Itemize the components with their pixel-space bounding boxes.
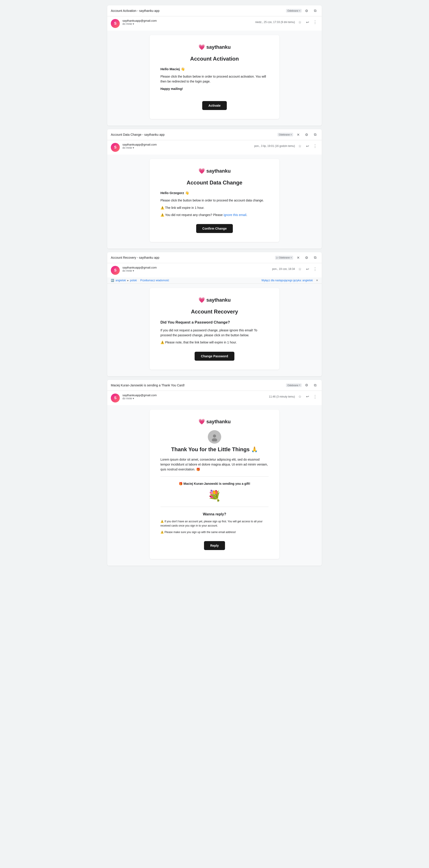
logo-text-3: saythanku xyxy=(206,297,231,303)
sender-to-1[interactable]: do mnie ▾ xyxy=(123,22,253,26)
sender-info-2: saythankuapp@gmail.com do mnie ▾ xyxy=(123,143,252,149)
close-icon-3[interactable]: ✕ xyxy=(295,254,301,261)
timestamp-3: pon., 19 cze, 18:34 xyxy=(272,268,295,271)
email-header-2: Account Data Change - saythanku app Odeb… xyxy=(107,129,322,140)
sender-info-3: saythankuapp@gmail.com do mnie ▾ xyxy=(123,266,269,272)
more-icon-3[interactable]: ⋮ xyxy=(312,266,318,272)
change-password-button[interactable]: Change Password xyxy=(195,352,234,361)
badge-close-1[interactable]: × xyxy=(299,10,300,12)
reply-icon-3[interactable]: ↩ xyxy=(304,266,310,272)
confirm-change-button[interactable]: Confirm Change xyxy=(196,224,233,233)
email-subject-4: Maciej Kuran-Janowski is sending a Thank… xyxy=(111,383,284,387)
logo-emoji-1: 💗 xyxy=(198,44,205,50)
email-card-3: 💗 saythanku Account Recovery Did You Req… xyxy=(150,288,279,369)
email-panel-2: Account Data Change - saythanku app Odeb… xyxy=(107,129,322,249)
badge-close-4[interactable]: × xyxy=(299,384,300,386)
email-header-4: Maciej Kuran-Janowski is sending a Thank… xyxy=(107,380,322,391)
new-window-icon-3[interactable]: ⧉ xyxy=(312,254,318,261)
ignore-link-2[interactable]: ignore this email xyxy=(224,213,246,217)
header-icons-4: ⚙ ⧉ xyxy=(303,382,318,389)
email-badge-3: ▷ Odebrane × xyxy=(275,256,293,259)
reply-icon-1[interactable]: ↩ xyxy=(304,19,310,25)
more-icon-1[interactable]: ⋮ xyxy=(312,19,318,25)
more-icon-2[interactable]: ⋮ xyxy=(312,143,318,149)
new-window-icon[interactable]: ⧉ xyxy=(312,8,318,14)
timestamp-1: niedz., 25 cze, 17:33 (9 dni temu) xyxy=(255,21,295,24)
reply-button[interactable]: Reply xyxy=(204,541,225,550)
sender-actions-2: ☆ ↩ ⋮ xyxy=(297,143,318,149)
badge-close-3[interactable]: × xyxy=(291,256,292,259)
card-warning-2-1: ⚠️ You did not request any changes? Plea… xyxy=(160,212,269,217)
star-icon-4[interactable]: ☆ xyxy=(297,394,303,400)
brand-logo-1: 💗 saythanku xyxy=(160,44,269,50)
sender-meta-2: pon., 3 lip, 19:01 (16 godzin temu) ☆ ↩ … xyxy=(254,143,318,149)
sender-avatar-4: S xyxy=(111,394,120,402)
email-body-2: 💗 saythanku Account Data Change Hello Gr… xyxy=(107,155,322,249)
email-badge-4: Odebrane × xyxy=(286,383,302,387)
star-icon-1[interactable]: ☆ xyxy=(297,19,303,25)
email-subject-2: Account Data Change - saythanku app xyxy=(111,133,276,136)
translate-to-link[interactable]: polski xyxy=(130,279,137,282)
sender-actions-1: ☆ ↩ ⋮ xyxy=(297,19,318,25)
email-badge-2: Odebrane × xyxy=(277,133,293,136)
card-title-4: Thank You for the Little Things 🙏 xyxy=(160,446,269,453)
translate-from-link[interactable]: angielski xyxy=(116,279,126,282)
card-greeting-2: Hello Grzegorz 👋 xyxy=(160,190,269,196)
svg-point-1 xyxy=(213,434,216,438)
new-window-icon-4[interactable]: ⧉ xyxy=(312,382,318,389)
card-greeting-1: Hello Maciej 👋 xyxy=(160,66,269,72)
gift-highlight-4: 🎁 Maciej Kuran-Janowski is sending you a… xyxy=(160,481,269,486)
card-happy-1: Happy mailing! xyxy=(160,86,269,91)
logo-text-2: saythanku xyxy=(206,168,231,174)
email-panel-3: Account Recovery - saythanku app ▷ Odebr… xyxy=(107,252,322,376)
card-warning-4-1: ⚠️ Please make sure you sign up with the… xyxy=(160,530,269,534)
sender-avatar-1: S xyxy=(111,19,120,28)
card-body-2: Please click the button below in order t… xyxy=(160,198,269,203)
sender-to-2[interactable]: do mnie ▾ xyxy=(123,146,252,149)
translate-action-link[interactable]: Przetłumacz wiadomość xyxy=(140,279,169,282)
email-body-4: 💗 saythanku Thank You for the Little Thi… xyxy=(107,405,322,566)
sender-info-4: saythankuapp@gmail.com do mnie ▾ xyxy=(123,394,266,400)
email-header-3: Account Recovery - saythanku app ▷ Odebr… xyxy=(107,252,322,263)
reply-icon-2[interactable]: ↩ xyxy=(304,143,310,149)
card-body-3: If you did not request a password change… xyxy=(160,328,269,338)
translate-close[interactable]: ✕ xyxy=(316,279,318,282)
reply-icon-4[interactable]: ↩ xyxy=(304,394,310,400)
print-icon-2[interactable]: ⚙ xyxy=(303,131,310,138)
print-icon[interactable]: ⚙ xyxy=(303,8,310,14)
activate-button[interactable]: Activate xyxy=(202,101,227,110)
sender-to-4[interactable]: do mnie ▾ xyxy=(123,397,266,400)
email-card-1: 💗 saythanku Account Activation Hello Mac… xyxy=(150,35,279,119)
card-body-1: Please click the button below in order t… xyxy=(160,74,269,84)
logo-emoji-4: 💗 xyxy=(198,418,205,425)
translate-disable-link[interactable]: Wyłącz dla następującego języka: angiels… xyxy=(261,279,313,282)
header-icons-3: ✕ ⚙ ⧉ xyxy=(295,254,318,261)
header-icons-2: ✕ ⚙ ⧉ xyxy=(295,131,318,138)
new-window-icon-2[interactable]: ⧉ xyxy=(312,131,318,138)
translate-icon: 🔤 xyxy=(111,279,114,282)
sender-meta-4: 11:46 (3 minuty temu) ☆ ↩ ⋮ xyxy=(269,394,318,400)
badge-close-2[interactable]: × xyxy=(291,133,292,136)
card-warning-4-0: ⚠️ If you don't have an account yet, ple… xyxy=(160,519,269,528)
close-icon-2[interactable]: ✕ xyxy=(295,131,301,138)
print-icon-3[interactable]: ⚙ xyxy=(303,254,310,261)
print-icon-4[interactable]: ⚙ xyxy=(303,382,310,389)
logo-text-1: saythanku xyxy=(206,44,231,50)
card-title-2: Account Data Change xyxy=(160,180,269,186)
translate-bar-3: 🔤 angielski ▸ polski · Przetłumacz wiado… xyxy=(107,277,322,283)
card-body-4: Lorem ipsum dolor sit amet, consectetur … xyxy=(160,457,269,472)
email-subject-3: Account Recovery - saythanku app xyxy=(111,256,273,259)
star-icon-2[interactable]: ☆ xyxy=(297,143,303,149)
more-icon-4[interactable]: ⋮ xyxy=(312,394,318,400)
sender-name-1: saythankuapp@gmail.com xyxy=(123,19,253,22)
brand-logo-3: 💗 saythanku xyxy=(160,297,269,303)
email-card-4: 💗 saythanku Thank You for the Little Thi… xyxy=(150,410,279,559)
sender-info-1: saythankuapp@gmail.com do mnie ▾ xyxy=(123,19,253,26)
card-greeting-3: Did You Request a Password Change? xyxy=(160,319,269,326)
sender-to-3[interactable]: do mnie ▾ xyxy=(123,269,269,272)
email-badge-1: Odebrane × xyxy=(286,9,302,12)
sender-meta-3: pon., 19 cze, 18:34 ☆ ↩ ⋮ xyxy=(272,266,318,272)
star-icon-3[interactable]: ☆ xyxy=(297,266,303,272)
sender-actions-4: ☆ ↩ ⋮ xyxy=(297,394,318,400)
timestamp-2: pon., 3 lip, 19:01 (16 godzin temu) xyxy=(254,145,295,148)
